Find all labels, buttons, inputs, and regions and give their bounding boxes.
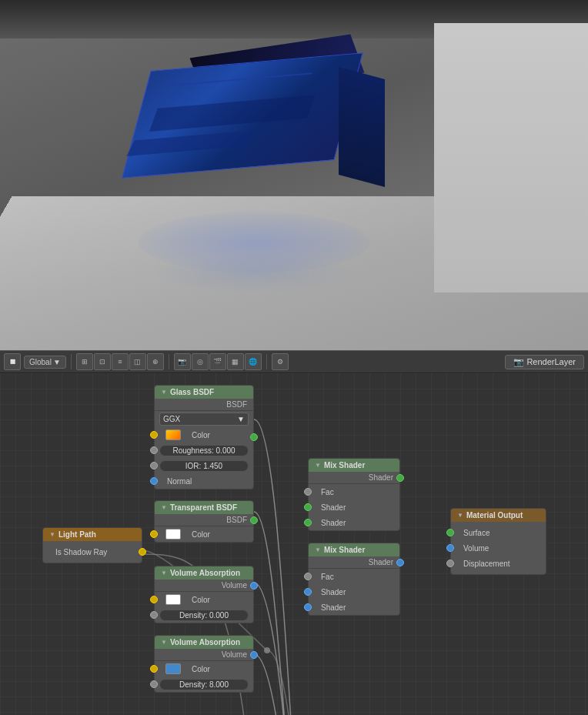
viewport-icon[interactable]: 🔲: [4, 353, 21, 370]
widget-icon[interactable]: ◫: [129, 353, 146, 370]
vol2-color-row: Color: [155, 661, 253, 677]
mix1-shader2-row: Shader: [309, 515, 399, 530]
viewport: [0, 0, 588, 350]
mix1-shader1-socket: [304, 503, 312, 511]
roughness-field[interactable]: Roughness: 0.000: [159, 445, 249, 456]
node-material-output[interactable]: ▼ Material Output Surface Volume Displac…: [450, 508, 546, 575]
vol2-color-swatch[interactable]: [165, 663, 181, 674]
pin-icon[interactable]: ⊕: [147, 353, 164, 370]
node-icon[interactable]: ⊡: [94, 353, 111, 370]
vol2-density-row: Density: 8.000: [155, 677, 253, 692]
glass-color-row: Color: [155, 427, 253, 443]
vol1-title: Volume Absorption: [170, 569, 240, 577]
sep-3: [266, 354, 267, 369]
glass-normal-row: Normal: [155, 473, 253, 489]
render-layer-label: RenderLayer: [526, 357, 576, 366]
mix1-shader2-socket: [304, 519, 312, 526]
mode-label: Global: [29, 358, 52, 366]
vol2-type: Volume: [155, 649, 253, 661]
glass-normal-label: Normal: [159, 477, 192, 486]
node-glass-bsdf[interactable]: ▼ Glass BSDF BSDF GGX ▼ Color Roughness:…: [154, 385, 254, 489]
svg-point-0: [264, 647, 270, 653]
node-editor[interactable]: ▼ Light Path Is Shadow Ray ▼ Glass BSDF …: [0, 373, 588, 715]
displacement-socket: [446, 560, 454, 567]
vol1-color-swatch[interactable]: [165, 594, 181, 605]
transparent-type: BSDF: [155, 514, 253, 526]
glass-box-main: [122, 52, 363, 179]
glass-ggx-dropdown[interactable]: GGX ▼: [159, 413, 249, 426]
mix2-shader1-socket: [304, 588, 312, 596]
dropdown-chevron: ▼: [237, 415, 245, 423]
glass-color-label: Color: [184, 431, 210, 439]
options-icon[interactable]: ⚙: [272, 353, 289, 370]
node-mix-shader-2[interactable]: ▼ Mix Shader Shader Fac Shader Shader: [308, 543, 400, 616]
node-transparent-bsdf[interactable]: ▼ Transparent BSDF BSDF Color: [154, 500, 254, 543]
output-title: Material Output: [466, 511, 523, 520]
output-header: ▼ Material Output: [451, 509, 546, 522]
trans-color-socket: [150, 530, 158, 538]
vol2-color-socket: [150, 665, 158, 673]
scene-icon[interactable]: ▦: [227, 353, 244, 370]
node-vol-absorption-1[interactable]: ▼ Volume Absorption Volume Color Density…: [154, 566, 254, 623]
toolbar: 🔲 Global ▼ ⊞ ⊡ ≡ ◫ ⊕ 📷 ◎ 🎬 ▦ 🌐 ⚙ 📷 Rende…: [0, 350, 588, 373]
output-displacement-row: Displacement: [451, 556, 546, 571]
vol2-color-label: Color: [184, 665, 210, 673]
collapse-mix1: ▼: [315, 462, 321, 469]
vol1-density-socket: [150, 611, 158, 619]
collapse-vol1: ▼: [161, 570, 167, 576]
volume-socket: [446, 544, 454, 552]
ior-field[interactable]: IOR: 1.450: [159, 460, 249, 472]
node-mix-shader-1[interactable]: ▼ Mix Shader Shader Fac Shader Shader: [308, 458, 400, 531]
vol2-header: ▼ Volume Absorption: [155, 636, 253, 649]
shadow-ray-socket: [139, 548, 146, 556]
camera-icon[interactable]: 📷: [174, 353, 191, 370]
mix2-type: Shader: [309, 556, 399, 569]
mix1-fac-label: Fac: [313, 488, 334, 496]
glass-bsdf-title: Glass BSDF: [170, 388, 214, 396]
vol2-density-field[interactable]: Density: 8.000: [159, 679, 249, 690]
grid-icon[interactable]: ⊞: [76, 353, 93, 370]
mix2-fac-socket: [304, 573, 312, 580]
list-icon[interactable]: ≡: [112, 353, 129, 370]
light-path-body: Is Shadow Ray: [43, 541, 142, 563]
sep-1: [71, 354, 72, 369]
node-vol-absorption-2[interactable]: ▼ Volume Absorption Volume Color Density…: [154, 635, 254, 693]
glass-roughness-row: Roughness: 0.000: [155, 443, 253, 458]
node-light-path-header: ▼ Light Path: [43, 528, 142, 541]
output-body: Surface Volume Displacement: [451, 522, 546, 574]
trans-color-label: Color: [184, 530, 210, 539]
trans-color-swatch[interactable]: [165, 529, 181, 540]
mix2-title: Mix Shader: [324, 546, 365, 554]
vol2-output: [250, 651, 258, 659]
shader-icon[interactable]: ◎: [192, 353, 209, 370]
world-icon[interactable]: 🌐: [245, 353, 262, 370]
glass-color-swatch[interactable]: [165, 429, 181, 440]
output-volume-row: Volume: [451, 540, 546, 556]
surface-label: Surface: [456, 529, 489, 537]
mix2-fac-row: Fac: [309, 569, 399, 584]
collapse-transparent: ▼: [161, 504, 167, 511]
render-icon[interactable]: 🎬: [209, 353, 226, 370]
floor-shadow-2: [154, 254, 354, 292]
collapse-arrow-glass: ▼: [161, 389, 167, 396]
glass-type-label: BSDF: [155, 399, 253, 411]
mix1-fac-socket: [304, 488, 312, 496]
glass-bsdf-type: BSDF: [226, 400, 247, 409]
glass-dropdown-label: GGX: [163, 415, 180, 423]
mix2-shader2-label: Shader: [313, 603, 346, 612]
render-layer-button[interactable]: 📷 RenderLayer: [505, 355, 584, 369]
glass-box: [131, 46, 369, 192]
vol1-color-row: Color: [155, 592, 253, 607]
mode-selector[interactable]: Global ▼: [24, 356, 66, 369]
mix2-header: ▼ Mix Shader: [309, 543, 399, 556]
vol1-color-label: Color: [184, 596, 210, 604]
transparent-header: ▼ Transparent BSDF: [155, 501, 253, 514]
mix1-type: Shader: [309, 472, 399, 484]
transparent-color-row: Color: [155, 526, 253, 542]
mix1-fac-row: Fac: [309, 484, 399, 499]
vol1-density-field[interactable]: Density: 0.000: [159, 610, 249, 621]
glass-color-socket: [150, 431, 158, 439]
view-icons: ⊞ ⊡ ≡ ◫ ⊕: [76, 353, 164, 370]
node-light-path[interactable]: ▼ Light Path Is Shadow Ray: [42, 527, 142, 563]
mix2-shader2-socket: [304, 603, 312, 611]
